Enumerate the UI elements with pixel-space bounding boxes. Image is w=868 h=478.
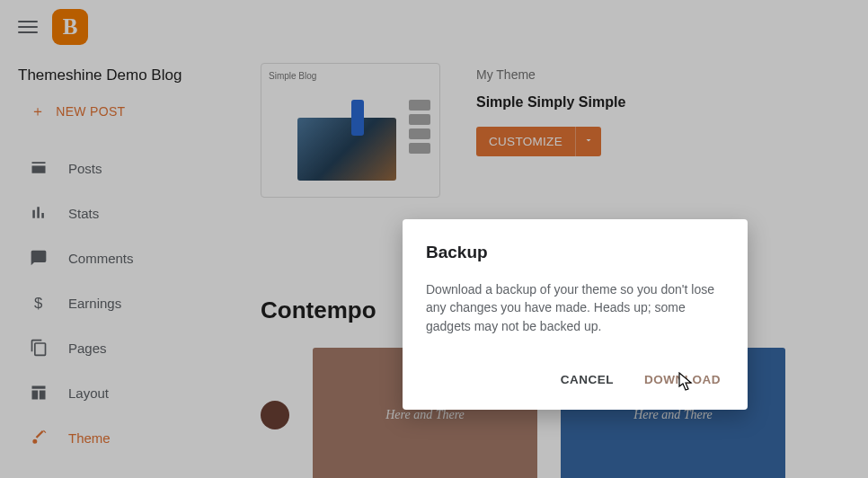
backup-modal: Backup Download a backup of your theme s… <box>403 219 748 410</box>
modal-title: Backup <box>426 243 724 262</box>
app-root: B Themeshine Demo Blog ＋ NEW POST Posts … <box>0 0 868 478</box>
modal-actions: CANCEL DOWNLOAD <box>426 366 724 394</box>
download-button[interactable]: DOWNLOAD <box>641 366 724 394</box>
modal-body: Download a backup of your theme so you d… <box>426 280 724 335</box>
cancel-button[interactable]: CANCEL <box>557 366 617 394</box>
